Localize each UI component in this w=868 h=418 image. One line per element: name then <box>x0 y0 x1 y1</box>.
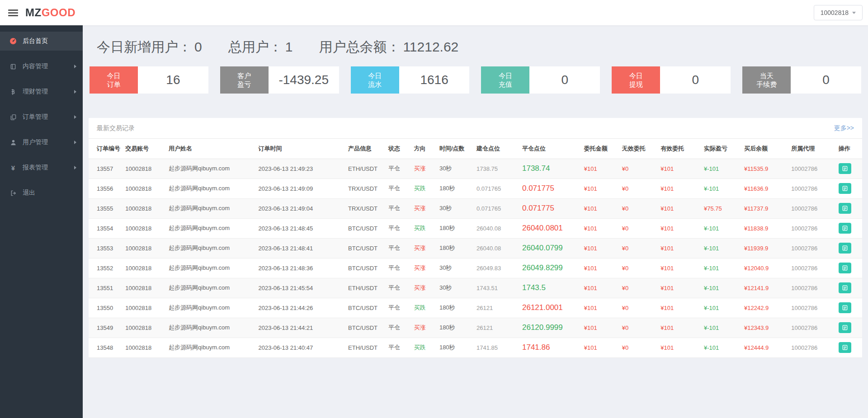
list-icon <box>842 205 848 211</box>
sidebar-item-label: 报表管理 <box>23 164 48 172</box>
sidebar-item-reports[interactable]: ¥ 报表管理 <box>0 158 83 177</box>
stat-card-label: 今日 充值 <box>481 66 529 94</box>
cell-agent: 10002786 <box>788 178 835 198</box>
cell-actual-profit: ¥-101 <box>701 298 741 318</box>
cell-product: ETH/USDT <box>345 338 386 357</box>
logo-text-accent: GOOD <box>42 6 75 19</box>
column-header: 实际盈亏 <box>701 139 741 159</box>
cell-actual-profit: ¥-101 <box>701 238 741 258</box>
cell-duration: 180秒 <box>437 238 474 258</box>
cell-valid-entrust: ¥101 <box>658 178 701 198</box>
cell-open-point: 1741.85 <box>474 338 519 357</box>
table-row: 1355610002818起步源码网qibuym.com2023-06-13 2… <box>89 178 862 198</box>
cell-duration: 180秒 <box>437 338 474 357</box>
stat-card: 当天 手续费 0 <box>742 66 861 94</box>
stat-card: 客户 盈亏 -1439.25 <box>220 66 339 94</box>
cell-balance-after: ¥12343.9 <box>741 318 788 338</box>
cell-order-time: 2023-06-13 21:49:04 <box>256 198 345 218</box>
chevron-right-icon <box>74 166 76 169</box>
sidebar-item-home[interactable]: 后台首页 <box>0 32 83 51</box>
stat-card-value: 1616 <box>399 66 470 94</box>
cell-actual-profit: ¥-101 <box>701 338 741 357</box>
sidebar-item-orders[interactable]: 订单管理 <box>0 108 83 127</box>
cell-duration: 30秒 <box>437 258 474 278</box>
user-icon <box>9 139 17 146</box>
summary-value: 0 <box>194 39 202 54</box>
order-detail-button[interactable] <box>839 322 851 333</box>
account-dropdown[interactable]: 10002818 <box>814 5 863 20</box>
order-detail-button[interactable] <box>839 243 851 254</box>
cell-entrust-amount: ¥101 <box>581 318 619 338</box>
column-header: 有效委托 <box>658 139 701 159</box>
cell-actions <box>836 178 862 198</box>
sidebar-item-finance[interactable]: 理财管理 <box>0 82 83 101</box>
main-content: 今日新增用户：0 总用户：1 用户总余额：11212.62 今日 订单 16 客… <box>83 25 868 418</box>
cell-entrust-amount: ¥101 <box>581 258 619 278</box>
cell-actions <box>836 198 862 218</box>
panel-title: 最新交易记录 <box>97 124 135 132</box>
summary-label: 用户总余额： <box>319 39 400 54</box>
stat-card-value: -1439.25 <box>269 66 339 94</box>
order-detail-button[interactable] <box>839 342 851 353</box>
list-icon <box>842 225 848 231</box>
cell-valid-entrust: ¥101 <box>658 298 701 318</box>
cell-valid-entrust: ¥101 <box>658 238 701 258</box>
cell-open-point: 26040.08 <box>474 238 519 258</box>
cell-status: 平仓 <box>386 278 411 298</box>
cell-direction: 买涨 <box>411 238 436 258</box>
cell-actual-profit: ¥-101 <box>701 178 741 198</box>
summary-label: 今日新增用户： <box>97 39 192 54</box>
cell-order-time: 2023-06-13 21:48:45 <box>256 218 345 238</box>
column-header: 无效委托 <box>619 139 658 159</box>
cell-username: 起步源码网qibuym.com <box>166 318 255 338</box>
cell-agent: 10002786 <box>788 298 835 318</box>
list-icon <box>842 265 848 271</box>
stat-card-label: 客户 盈亏 <box>220 66 269 94</box>
order-detail-button[interactable] <box>839 203 851 214</box>
table-row: 1354810002818起步源码网qibuym.com2023-06-13 2… <box>89 338 862 357</box>
summary-stats: 今日新增用户：0 总用户：1 用户总余额：11212.62 <box>89 25 862 63</box>
cell-entrust-amount: ¥101 <box>581 198 619 218</box>
sidebar-item-label: 退出 <box>23 189 35 197</box>
brand-logo[interactable]: MZGOOD <box>25 6 75 19</box>
order-detail-button[interactable] <box>839 163 851 174</box>
cell-status: 平仓 <box>386 298 411 318</box>
list-icon <box>842 344 848 351</box>
order-detail-button[interactable] <box>839 223 851 234</box>
order-detail-button[interactable] <box>839 263 851 273</box>
sidebar-item-label: 后台首页 <box>23 37 48 45</box>
more-link[interactable]: 更多>> <box>834 124 854 132</box>
cell-order-time: 2023-06-13 21:49:09 <box>256 178 345 198</box>
cell-balance-after: ¥11737.9 <box>741 198 788 218</box>
cell-actions <box>836 278 862 298</box>
cell-agent: 10002786 <box>788 258 835 278</box>
column-header: 买后余额 <box>741 139 788 159</box>
cell-direction: 买跌 <box>411 218 436 238</box>
stat-card: 今日 订单 16 <box>90 66 208 94</box>
cell-account: 10002818 <box>123 159 166 178</box>
stat-card: 今日 充值 0 <box>481 66 600 94</box>
sidebar-item-logout[interactable]: 退出 <box>0 183 83 202</box>
cell-duration: 180秒 <box>437 318 474 338</box>
cell-order-time: 2023-06-13 21:49:23 <box>256 159 345 178</box>
sidebar-item-users[interactable]: 用户管理 <box>0 133 83 152</box>
cell-agent: 10002786 <box>788 159 835 178</box>
cell-order-no: 13553 <box>89 238 123 258</box>
list-icon <box>842 165 848 172</box>
order-detail-button[interactable] <box>839 183 851 194</box>
cell-close-point: 26120.9999 <box>519 318 581 338</box>
sidebar-item-label: 理财管理 <box>23 88 48 96</box>
menu-icon[interactable] <box>8 8 18 18</box>
stat-card-label: 今日 订单 <box>90 66 138 94</box>
order-detail-button[interactable] <box>839 282 851 293</box>
cell-actions <box>836 218 862 238</box>
order-detail-button[interactable] <box>839 302 851 313</box>
book-icon <box>9 63 17 70</box>
sidebar-item-content[interactable]: 内容管理 <box>0 57 83 76</box>
cell-open-point: 26121 <box>474 318 519 338</box>
stat-card-value: 0 <box>660 66 731 94</box>
cell-invalid-entrust: ¥0 <box>619 258 658 278</box>
cell-close-point: 0.071775 <box>519 198 581 218</box>
table-row: 1355710002818起步源码网qibuym.com2023-06-13 2… <box>89 159 862 178</box>
cell-product: TRX/USDT <box>345 198 386 218</box>
